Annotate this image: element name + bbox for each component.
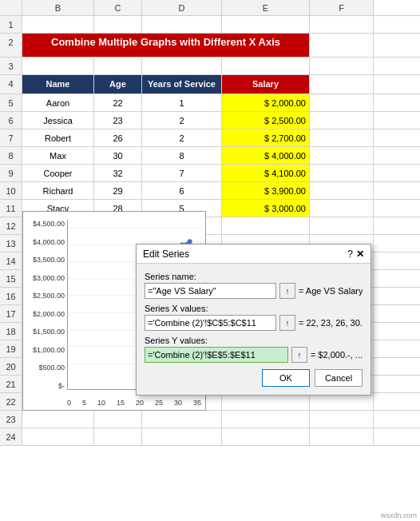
y-label-500: $500.00 (38, 364, 65, 372)
y-label-0: $- (58, 382, 65, 390)
col-header-c: C (94, 0, 142, 15)
cell-b3[interactable] (22, 58, 94, 74)
row-num-24: 24 (0, 428, 22, 445)
cell-salary-11[interactable]: $ 3,000.00 (222, 200, 310, 217)
y-label-4000: $4,000.00 (33, 238, 65, 246)
spreadsheet: B C D E F 1 2 Combine Multiple Graphs wi… (0, 0, 420, 521)
dialog-title: Edit Series (143, 249, 189, 260)
col-header-f: F (310, 0, 374, 15)
edit-series-dialog: Edit Series ? ✕ Series name: ↑ = Age VS … (136, 244, 371, 396)
cell-name-10[interactable]: Richard (22, 182, 94, 199)
series-name-result: = Age VS Salary (299, 286, 363, 296)
cell-f10[interactable] (310, 182, 374, 199)
cell-salary-5[interactable]: $ 2,000.00 (222, 94, 310, 111)
watermark: wsxdn.com (381, 511, 417, 519)
row-10: 10 Richard 29 6 $ 3,900.00 (0, 182, 420, 200)
cell-age-5[interactable]: 22 (94, 94, 142, 111)
cell-name-5[interactable]: Aaron (22, 94, 94, 111)
cell-name-6[interactable]: Jessica (22, 112, 94, 129)
row-4-headers: 4 Name Age Years of Service Salary (0, 75, 420, 94)
series-y-label: Series Y values: (145, 336, 363, 345)
row-1: 1 (0, 16, 420, 34)
cell-age-8[interactable]: 30 (94, 147, 142, 164)
row-num-9: 9 (0, 165, 22, 181)
cell-b1[interactable] (22, 16, 94, 33)
cell-years-5[interactable]: 1 (142, 94, 222, 111)
cell-d1[interactable] (142, 16, 222, 33)
cell-years-10[interactable]: 6 (142, 182, 222, 199)
cell-salary-6[interactable]: $ 2,500.00 (222, 112, 310, 129)
series-y-input[interactable] (145, 347, 288, 363)
ok-button[interactable]: OK (262, 369, 310, 387)
cell-f4[interactable] (310, 75, 374, 93)
y-label-3000: $3,000.00 (33, 274, 65, 282)
cell-f6[interactable] (310, 112, 374, 129)
row-2: 2 Combine Multiple Graphs with Different… (0, 34, 420, 58)
row-num-13: 13 (0, 235, 22, 252)
series-name-arrow-btn[interactable]: ↑ (279, 283, 295, 299)
row-23: 23 (0, 411, 420, 428)
x-label-20: 20 (136, 399, 144, 407)
series-name-input[interactable] (145, 283, 276, 299)
row-num-22: 22 (0, 393, 22, 410)
cell-age-7[interactable]: 26 (94, 129, 142, 146)
y-label-1500: $1,500.00 (33, 328, 65, 336)
cell-f8[interactable] (310, 147, 374, 164)
series-x-input[interactable] (145, 315, 276, 331)
row-num-3: 3 (0, 58, 22, 74)
x-label-15: 15 (117, 399, 125, 407)
cell-c3[interactable] (94, 58, 142, 74)
cell-years-7[interactable]: 2 (142, 129, 222, 146)
cell-years-8[interactable]: 8 (142, 147, 222, 164)
row-num-8: 8 (0, 147, 22, 164)
row-num-23: 23 (0, 411, 22, 428)
cell-e3[interactable] (222, 58, 310, 74)
cell-years-6[interactable]: 2 (142, 112, 222, 129)
cell-age-9[interactable]: 32 (94, 165, 142, 181)
corner-cell (0, 0, 22, 15)
cell-c1[interactable] (94, 16, 142, 33)
cell-salary-9[interactable]: $ 4,100.00 (222, 165, 310, 181)
cell-f1[interactable] (310, 16, 374, 33)
cell-e1[interactable] (222, 16, 310, 33)
cell-d3[interactable] (142, 58, 222, 74)
cell-name-9[interactable]: Cooper (22, 165, 94, 181)
close-button[interactable]: ✕ (356, 249, 364, 260)
cell-salary-10[interactable]: $ 3,900.00 (222, 182, 310, 199)
series-x-arrow-btn[interactable]: ↑ (279, 315, 295, 331)
row-num-7: 7 (0, 129, 22, 146)
header-age: Age (94, 75, 142, 93)
cancel-button[interactable]: Cancel (315, 369, 363, 387)
cell-f2[interactable] (310, 34, 374, 57)
series-y-result: = $2,000.-, ... (311, 350, 363, 360)
cell-f9[interactable] (310, 165, 374, 181)
cell-f5[interactable] (310, 94, 374, 111)
cell-age-10[interactable]: 29 (94, 182, 142, 199)
cell-f7[interactable] (310, 129, 374, 146)
dialog-body: Series name: ↑ = Age VS Salary Series X … (137, 264, 370, 395)
cell-name-7[interactable]: Robert (22, 129, 94, 146)
row-8: 8 Max 30 8 $ 4,000.00 (0, 147, 420, 165)
series-x-result: = 22, 23, 26, 30... (299, 318, 363, 328)
row-num-17: 17 (0, 305, 22, 322)
cell-salary-7[interactable]: $ 2,700.00 (222, 129, 310, 146)
series-y-arrow-btn[interactable]: ↑ (291, 347, 307, 363)
series-name-input-row: ↑ = Age VS Salary (145, 283, 363, 299)
cell-age-6[interactable]: 23 (94, 112, 142, 129)
cell-salary-8[interactable]: $ 4,000.00 (222, 147, 310, 164)
header-name: Name (22, 75, 94, 93)
row-num-4: 4 (0, 75, 22, 93)
row-num-11: 11 (0, 200, 22, 217)
cell-f3[interactable] (310, 58, 374, 74)
x-label-25: 25 (155, 399, 163, 407)
row-3: 3 (0, 58, 420, 75)
row-num-1: 1 (0, 16, 22, 33)
y-label-1000: $1,000.00 (33, 346, 65, 354)
series-x-row: Series X values: ↑ = 22, 23, 26, 30... (145, 304, 363, 331)
cell-years-9[interactable]: 7 (142, 165, 222, 181)
series-name-label: Series name: (145, 272, 363, 281)
cell-name-8[interactable]: Max (22, 147, 94, 164)
help-button[interactable]: ? (347, 249, 353, 260)
cell-f11[interactable] (310, 200, 374, 217)
row-num-12: 12 (0, 217, 22, 234)
